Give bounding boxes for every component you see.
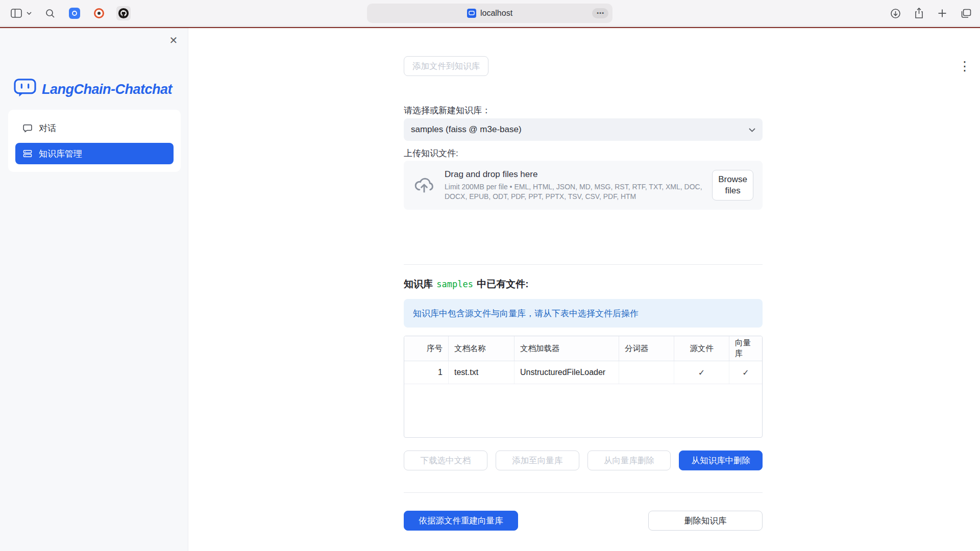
delete-from-vectorstore-button[interactable]: 从向量库删除	[587, 450, 671, 470]
address-bar[interactable]: localhost ⋯	[367, 4, 612, 23]
kb-select-value: samples (faiss @ m3e-base)	[411, 124, 749, 135]
logo-icon	[13, 78, 37, 101]
dropzone-title: Drag and drop files here	[445, 169, 703, 180]
col-header-splitter[interactable]: 分词器	[619, 336, 674, 361]
chevron-down-icon	[749, 124, 755, 135]
kb-name-code: samples	[435, 279, 474, 289]
sidebar-item-label: 对话	[39, 122, 56, 134]
sidebar-toggle-icon[interactable]	[9, 6, 23, 20]
file-dropzone[interactable]: Drag and drop files here Limit 200MB per…	[404, 161, 763, 210]
info-alert: 知识库中包含源文件与向量库，请从下表中选择文件后操作	[404, 299, 763, 328]
files-table: 序号 文档名称 文档加载器 分词器 源文件 向量库 1 test.txt Uns…	[404, 336, 763, 438]
screen: localhost ⋯	[0, 0, 980, 551]
main-content: 请选择或新建知识库： samples (faiss @ m3e-base) 上传…	[404, 56, 763, 551]
table-row[interactable]: 1 test.txt UnstructuredFileLoader ✓ ✓	[404, 361, 762, 384]
col-header-vectorstore[interactable]: 向量库	[729, 336, 762, 361]
sidebar-menu: 对话 知识库管理	[8, 110, 181, 172]
sidebar-chevron-icon[interactable]	[26, 6, 33, 20]
sidebar-item-dialogue[interactable]: 对话	[15, 117, 174, 139]
kb-files-heading: 知识库 samples 中已有文件:	[404, 278, 763, 291]
add-files-to-kb-button[interactable]: 添加文件到知识库	[404, 56, 488, 76]
app-area: ✕ LangChain-Chatchat	[0, 28, 980, 551]
cell-loader[interactable]: UnstructuredFileLoader	[514, 361, 619, 384]
app-logo: LangChain-Chatchat	[13, 78, 172, 101]
cell-vectorstore-check[interactable]: ✓	[729, 361, 762, 384]
new-tab-icon[interactable]	[935, 6, 949, 20]
kb-selectbox[interactable]: samples (faiss @ m3e-base)	[404, 118, 763, 141]
dropzone-hint: Limit 200MB per file • EML, HTML, JSON, …	[445, 182, 703, 202]
rebuild-vectorstore-button[interactable]: 依据源文件重建向量库	[404, 511, 518, 531]
table-header-row: 序号 文档名称 文档加载器 分词器 源文件 向量库	[404, 336, 762, 361]
page-settings-icon[interactable]: ⋯	[592, 8, 608, 18]
browser-toolbar: localhost ⋯	[0, 0, 980, 27]
close-sidebar-icon[interactable]: ✕	[167, 34, 180, 46]
upload-label: 上传知识文件:	[404, 147, 763, 159]
downloads-icon[interactable]	[888, 6, 902, 20]
chat-icon	[22, 123, 33, 133]
url-text: localhost	[480, 9, 512, 18]
search-icon[interactable]	[43, 6, 57, 20]
heading-suffix: 中已有文件:	[474, 279, 529, 289]
site-favicon	[467, 9, 476, 18]
app-menu-icon[interactable]: ⋮	[958, 59, 972, 73]
info-alert-text: 知识库中包含源文件与向量库，请从下表中选择文件后操作	[413, 308, 639, 319]
divider	[404, 264, 763, 265]
cell-sourcefile-check[interactable]: ✓	[674, 361, 729, 384]
knowledge-base-icon	[22, 148, 33, 159]
logo-text: LangChain-Chatchat	[42, 82, 172, 97]
cell-splitter[interactable]	[619, 361, 674, 384]
col-header-loader[interactable]: 文档加载器	[514, 336, 619, 361]
extension-icon-blue[interactable]	[67, 6, 82, 20]
delete-kb-button[interactable]: 删除知识库	[648, 511, 763, 531]
share-icon[interactable]	[912, 6, 926, 20]
col-header-index[interactable]: 序号	[404, 336, 449, 361]
download-selected-button[interactable]: 下载选中文档	[404, 450, 487, 470]
delete-from-kb-button[interactable]: 从知识库中删除	[679, 450, 763, 470]
col-header-docname[interactable]: 文档名称	[449, 336, 514, 361]
kb-bottom-buttons: 依据源文件重建向量库 删除知识库	[404, 511, 763, 531]
github-icon[interactable]	[116, 6, 131, 20]
divider	[404, 492, 763, 493]
cell-index[interactable]: 1	[404, 361, 449, 384]
heading-prefix: 知识库	[404, 279, 435, 289]
add-to-vectorstore-button[interactable]: 添加至向量库	[496, 450, 579, 470]
file-action-buttons: 下载选中文档 添加至向量库 从向量库删除 从知识库中删除	[404, 450, 763, 470]
page-theme-line	[0, 27, 980, 28]
sidebar-item-kb-management[interactable]: 知识库管理	[15, 143, 174, 164]
sidebar: ✕ LangChain-Chatchat	[0, 28, 188, 551]
browse-files-button[interactable]: Browse files	[712, 170, 753, 201]
col-header-sourcefile[interactable]: 源文件	[674, 336, 729, 361]
sidebar-item-label: 知识库管理	[39, 148, 82, 160]
cloud-upload-icon	[413, 174, 435, 196]
tab-overview-icon[interactable]	[959, 6, 973, 20]
kb-select-label: 请选择或新建知识库：	[404, 105, 763, 116]
cell-docname[interactable]: test.txt	[449, 361, 514, 384]
extension-icon-orange[interactable]	[92, 6, 106, 20]
